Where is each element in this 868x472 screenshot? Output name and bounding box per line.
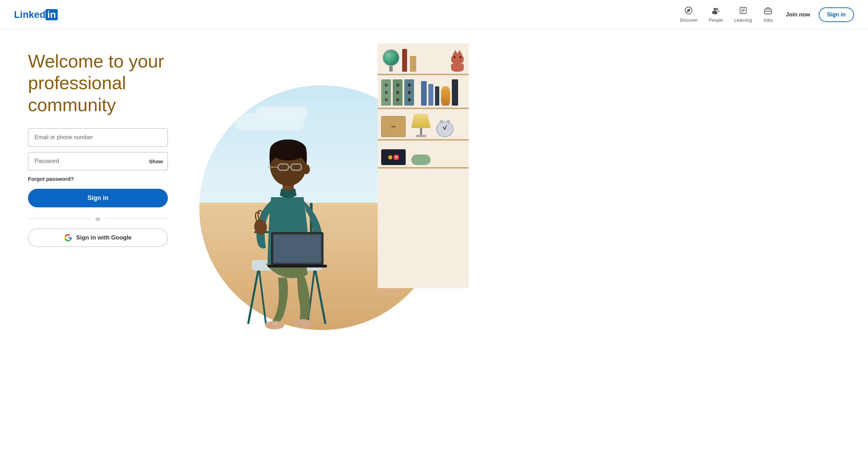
svg-rect-9 xyxy=(764,9,771,14)
binder-green2 xyxy=(393,79,403,106)
email-input[interactable] xyxy=(28,128,168,146)
jobs-icon xyxy=(764,6,772,17)
shelf-middle-row xyxy=(378,75,469,109)
globe-base xyxy=(389,66,393,72)
wooden-box xyxy=(381,116,406,137)
nav-item-discover[interactable]: Discover xyxy=(675,4,703,25)
svg-line-13 xyxy=(259,267,266,323)
right-panel: ✕ xyxy=(182,29,868,330)
compass-icon xyxy=(684,6,693,17)
svg-rect-25 xyxy=(268,265,327,267)
join-now-button[interactable]: Join now xyxy=(779,8,817,21)
svg-point-2 xyxy=(714,8,716,10)
divider-right xyxy=(105,219,168,219)
person-illustration xyxy=(203,92,364,330)
show-password-button[interactable]: Show xyxy=(149,158,163,164)
google-sign-in-button[interactable]: Sign in with Google xyxy=(28,229,168,247)
password-wrapper: Show xyxy=(28,152,168,170)
google-icon xyxy=(64,234,72,242)
main-content: Welcome to your professional community S… xyxy=(0,29,868,472)
google-button-label: Sign in with Google xyxy=(76,234,132,241)
lamp-base xyxy=(416,135,426,137)
jobs-label: Jobs xyxy=(763,17,773,23)
nav-item-jobs[interactable]: Jobs xyxy=(758,4,777,25)
password-input[interactable] xyxy=(28,152,168,170)
green-box xyxy=(411,155,431,165)
shelf-lower-row xyxy=(378,109,469,141)
sign-in-header-button[interactable]: Sign in xyxy=(819,7,854,22)
cat-figure xyxy=(451,53,464,72)
globe-group xyxy=(383,49,399,72)
svg-point-29 xyxy=(303,164,310,174)
discover-label: Discover xyxy=(680,17,698,23)
people-icon xyxy=(712,6,720,17)
nav-bar: Discover People xyxy=(675,4,854,25)
left-panel: Welcome to your professional community S… xyxy=(0,29,182,261)
book-red xyxy=(402,49,407,72)
book-blue xyxy=(428,84,433,106)
illustration: ✕ xyxy=(182,43,469,330)
divider-or-text: or xyxy=(91,216,105,222)
binder-green xyxy=(381,79,391,106)
lamp-pole xyxy=(420,128,422,135)
svg-rect-24 xyxy=(274,235,321,263)
svg-point-18 xyxy=(265,321,284,329)
svg-line-11 xyxy=(248,267,259,323)
lamp-shade xyxy=(411,114,431,128)
nav-item-learning[interactable]: Learning xyxy=(729,4,757,25)
svg-point-4 xyxy=(712,12,718,14)
svg-point-19 xyxy=(294,319,311,327)
book-tan xyxy=(410,56,416,72)
learning-label: Learning xyxy=(734,17,752,23)
logo-box: in xyxy=(45,9,58,20)
globe xyxy=(383,49,399,66)
svg-point-3 xyxy=(716,8,718,10)
shelf-top-row xyxy=(378,43,469,75)
vase xyxy=(441,86,450,106)
learning-icon xyxy=(739,6,747,17)
book-blue-tall xyxy=(421,81,427,106)
shelf-bottom-row: ✕ xyxy=(378,141,469,169)
svg-line-12 xyxy=(315,267,325,323)
logo[interactable]: Linkedin xyxy=(14,9,58,20)
nav-item-people[interactable]: People xyxy=(704,4,728,25)
password-field-container: Show xyxy=(28,152,168,170)
divider-row: or xyxy=(28,216,168,222)
svg-marker-1 xyxy=(687,9,690,12)
welcome-heading: Welcome to your professional community xyxy=(28,50,168,116)
bookshelf: ✕ xyxy=(378,43,469,288)
header: Linkedin Discover People xyxy=(0,0,868,29)
book-darkest xyxy=(452,79,458,106)
lamp-group xyxy=(411,114,431,137)
divider-left xyxy=(28,219,91,219)
logo-text: Linked xyxy=(14,10,45,20)
alarm-clock xyxy=(436,121,454,137)
forgot-password-link[interactable]: Forgot password? xyxy=(28,176,168,182)
sign-in-main-button[interactable]: Sign in xyxy=(28,189,168,207)
monitor-item: ✕ xyxy=(381,149,406,165)
people-label: People xyxy=(709,17,723,23)
book-dark xyxy=(435,86,439,106)
email-field-container xyxy=(28,128,168,146)
binder-teal xyxy=(404,79,414,106)
